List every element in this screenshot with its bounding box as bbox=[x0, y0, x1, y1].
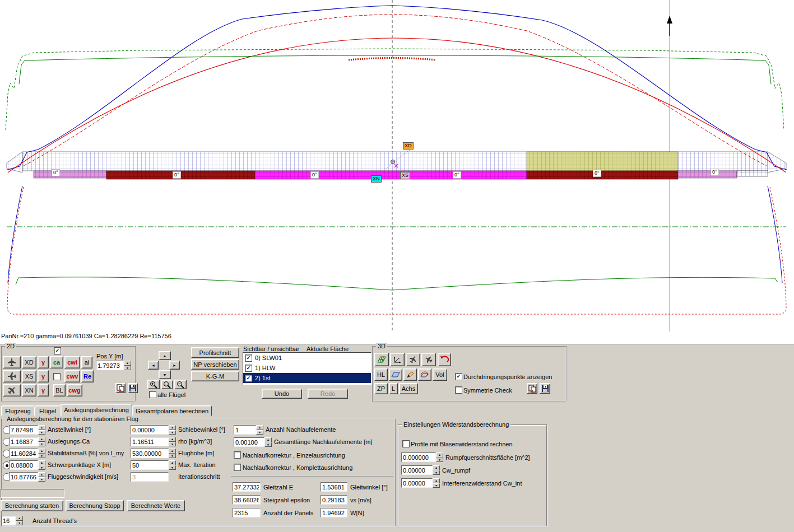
panel-view-button[interactable] bbox=[389, 368, 402, 381]
max-iteration-spinner[interactable]: ▲▼ bbox=[169, 460, 176, 470]
cwi-button[interactable]: cwi bbox=[64, 356, 80, 368]
achs-button[interactable]: Achs bbox=[399, 383, 418, 394]
xn-marker[interactable]: XN bbox=[371, 175, 382, 183]
spin-down-icon[interactable]: ▼ bbox=[38, 442, 45, 447]
spin-down-icon[interactable]: ▼ bbox=[38, 465, 45, 470]
spin-up-icon[interactable]: ▲ bbox=[38, 425, 45, 430]
iterationsschritt-input[interactable] bbox=[131, 472, 169, 482]
kgm-button[interactable]: K-G-M bbox=[191, 371, 239, 381]
nachlaufkorrektur-einzel-checkbox[interactable] bbox=[234, 451, 241, 459]
view-side-button[interactable] bbox=[3, 384, 21, 396]
tab-fluegel[interactable]: Flügel bbox=[34, 405, 61, 416]
view-front-button[interactable] bbox=[3, 370, 21, 382]
xs-marker[interactable]: XS bbox=[400, 172, 410, 179]
surface-visible-checkbox[interactable]: ✓ bbox=[245, 354, 252, 362]
posy-input[interactable] bbox=[96, 361, 124, 370]
spin-up-icon[interactable]: ▲ bbox=[169, 425, 176, 430]
auslegungs-ca-input[interactable] bbox=[9, 437, 38, 446]
stabilitaetsmass-input[interactable] bbox=[9, 449, 38, 458]
gamma-button[interactable]: γ bbox=[38, 356, 49, 368]
re-button[interactable]: Re bbox=[81, 370, 94, 382]
spin-down-icon[interactable]: ▼ bbox=[124, 366, 131, 371]
stabilitaetsmass-spinner[interactable]: ▲▼ bbox=[38, 449, 45, 458]
np-verschieben-button[interactable]: NP verschieben bbox=[191, 359, 239, 370]
spin-down-icon[interactable]: ▼ bbox=[433, 483, 440, 488]
spin-up-icon[interactable]: ▲ bbox=[38, 460, 45, 465]
spin-down-icon[interactable]: ▼ bbox=[169, 442, 176, 447]
fluggeschwindigkeit-spinner[interactable]: ▲▼ bbox=[38, 472, 45, 482]
zoom-out-button[interactable] bbox=[174, 380, 187, 389]
durchdringung-checkbox[interactable]: ✓ bbox=[455, 373, 462, 380]
spin-down-icon[interactable]: ▼ bbox=[38, 430, 45, 435]
spin-down-icon[interactable]: ▼ bbox=[264, 442, 272, 447]
surface-list-item[interactable]: ✓ 0) SLW01 bbox=[243, 353, 371, 363]
flughoehe-input[interactable] bbox=[131, 449, 169, 458]
schiebewinkel-input[interactable] bbox=[131, 425, 169, 435]
xs-button[interactable]: XS bbox=[22, 370, 36, 382]
view-top-button[interactable] bbox=[3, 356, 21, 368]
gesamtlaenge-spinner[interactable]: ▲▼ bbox=[264, 437, 272, 447]
alle-fluegel-checkbox[interactable] bbox=[149, 391, 156, 398]
xd-button[interactable]: XD bbox=[22, 356, 36, 368]
xd-marker[interactable]: XD bbox=[403, 142, 414, 150]
profilschnitt-button[interactable]: Profilschnitt bbox=[191, 347, 239, 358]
pan-right-button[interactable]: ► bbox=[169, 361, 180, 370]
surface-list-item[interactable]: ✓ 1) HLW bbox=[243, 363, 371, 373]
hl-button[interactable]: HL bbox=[374, 368, 388, 381]
mesh-view-button[interactable] bbox=[374, 353, 389, 366]
gamma2-button[interactable]: γ bbox=[38, 370, 49, 382]
nachlaufelemente-input[interactable] bbox=[234, 425, 256, 435]
view-3d-b-button[interactable] bbox=[421, 353, 436, 366]
spin-down-icon[interactable]: ▼ bbox=[169, 430, 176, 435]
anstellwinkel-spinner[interactable]: ▲▼ bbox=[38, 425, 45, 435]
spin-down-icon[interactable]: ▼ bbox=[169, 454, 176, 459]
surface-visible-checkbox[interactable]: ✓ bbox=[245, 375, 252, 382]
rho-input[interactable] bbox=[131, 437, 169, 446]
2d-option-checkbox[interactable] bbox=[53, 373, 61, 380]
gesamtlaenge-input[interactable] bbox=[234, 437, 264, 447]
spin-up-icon[interactable]: ▲ bbox=[38, 472, 45, 477]
anstellwinkel-input[interactable] bbox=[9, 425, 38, 435]
save-3d-button[interactable] bbox=[540, 383, 550, 394]
schwerpunktlage-spinner[interactable]: ▲▼ bbox=[38, 460, 45, 470]
rumpfquerschnitt-input[interactable] bbox=[401, 452, 436, 462]
rotate-view-button[interactable] bbox=[418, 368, 431, 381]
posy-spinner[interactable]: ▲ ▼ bbox=[124, 361, 131, 370]
cw-rumpf-input[interactable] bbox=[401, 465, 433, 475]
copy-plot-button[interactable] bbox=[115, 383, 126, 393]
planform-plot[interactable]: 0° 0° 0° 0° 0° 0° XD XN XS bbox=[0, 0, 794, 332]
zoom-in-button[interactable] bbox=[147, 380, 160, 389]
symmetrie-checkbox[interactable] bbox=[455, 386, 462, 394]
reset-view-button[interactable] bbox=[438, 353, 451, 366]
tab-flugzeug[interactable]: Flugzeug bbox=[1, 405, 35, 416]
xn-button[interactable]: XN bbox=[22, 384, 36, 396]
blasenwiderstand-checkbox[interactable] bbox=[402, 440, 410, 447]
save-plot-button[interactable] bbox=[128, 383, 138, 393]
bl-button[interactable]: BL bbox=[53, 384, 66, 396]
2d-enable-checkbox[interactable]: ✓ bbox=[54, 347, 61, 354]
nachlaufelemente-spinner[interactable]: ▲▼ bbox=[256, 425, 263, 435]
cw-int-spinner[interactable]: ▲▼ bbox=[433, 478, 440, 488]
planform-canvas[interactable] bbox=[0, 0, 794, 332]
rumpfquerschnitt-spinner[interactable]: ▲▼ bbox=[436, 452, 443, 462]
zp-button[interactable]: ZP bbox=[374, 383, 388, 394]
spin-down-icon[interactable]: ▼ bbox=[436, 458, 443, 463]
ai-button[interactable]: ai bbox=[81, 356, 92, 368]
threads-spinner[interactable]: ▲▼ bbox=[16, 516, 23, 525]
spin-down-icon[interactable]: ▼ bbox=[38, 477, 45, 482]
spin-up-icon[interactable]: ▲ bbox=[256, 425, 263, 430]
cwv-button[interactable]: cwv bbox=[64, 370, 80, 382]
spin-down-icon[interactable]: ▼ bbox=[16, 521, 23, 526]
tab-auslegungsberechnung[interactable]: Auslegungsberechnung bbox=[61, 404, 132, 416]
surfaces-list[interactable]: ✓ 0) SLW01 ✓ 1) HLW ✓ 2) 1st bbox=[243, 352, 372, 385]
pan-down-button[interactable]: ▼ bbox=[159, 370, 171, 379]
schiebewinkel-spinner[interactable]: ▲▼ bbox=[169, 425, 176, 435]
spin-up-icon[interactable]: ▲ bbox=[169, 460, 176, 465]
pan-left-button[interactable]: ◄ bbox=[148, 361, 159, 370]
redo-button[interactable]: Redo bbox=[308, 389, 348, 399]
spin-up-icon[interactable]: ▲ bbox=[169, 449, 176, 454]
surface-visible-checkbox[interactable]: ✓ bbox=[245, 365, 252, 372]
gamma3-button[interactable]: γ bbox=[38, 384, 49, 396]
berechnete-werte-button[interactable]: Berechnete Werte bbox=[127, 500, 185, 511]
copy-3d-button[interactable] bbox=[527, 383, 537, 394]
